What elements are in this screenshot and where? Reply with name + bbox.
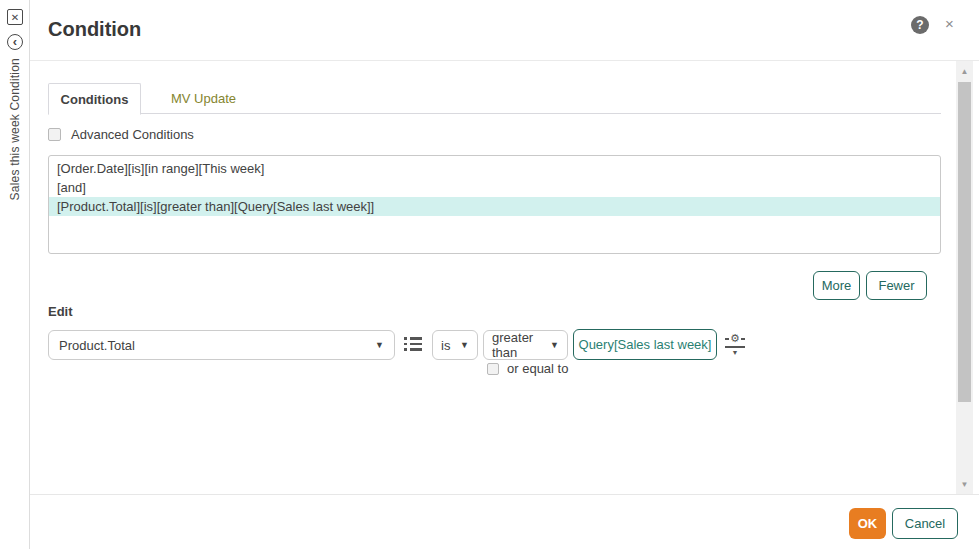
advanced-conditions-row: Advanced Conditions bbox=[48, 127, 194, 142]
operator-dropdown-value: is bbox=[441, 338, 450, 353]
or-equal-to-label: or equal to bbox=[507, 361, 568, 376]
chevron-left-circle-icon[interactable]: ‹ bbox=[7, 34, 23, 50]
chevron-down-icon: ▼ bbox=[550, 340, 559, 350]
or-equal-to-checkbox[interactable] bbox=[487, 363, 499, 375]
condition-settings-icon[interactable]: ⚙ ▼ bbox=[724, 333, 746, 356]
field-list-icon[interactable] bbox=[404, 337, 422, 354]
sidebar-vertical-label: Sales this week Condition bbox=[8, 58, 22, 200]
comparison-dropdown-value: greater than bbox=[492, 330, 544, 360]
field-dropdown[interactable]: Product.Total ▼ bbox=[48, 330, 395, 360]
condition-dialog: ✕ ‹ Sales this week Condition Condition … bbox=[0, 0, 979, 549]
operator-dropdown[interactable]: is ▼ bbox=[432, 330, 478, 360]
tab-bar: Conditions MV Update bbox=[48, 83, 941, 114]
query-value-button[interactable]: Query[Sales last week] bbox=[573, 329, 717, 360]
condition-list: [Order.Date][is][in range][This week] [a… bbox=[48, 155, 941, 254]
help-icon[interactable]: ? bbox=[911, 16, 929, 34]
condition-row[interactable]: [and] bbox=[49, 178, 940, 197]
more-button[interactable]: More bbox=[813, 271, 860, 300]
cancel-button[interactable]: Cancel bbox=[892, 508, 958, 539]
fewer-button[interactable]: Fewer bbox=[866, 271, 927, 300]
close-icon[interactable]: × bbox=[945, 15, 954, 32]
advanced-conditions-label: Advanced Conditions bbox=[71, 127, 194, 142]
comparison-dropdown[interactable]: greater than ▼ bbox=[483, 330, 568, 360]
field-dropdown-value: Product.Total bbox=[59, 338, 135, 353]
scrollbar-thumb[interactable] bbox=[958, 82, 971, 402]
tab-mv-update[interactable]: MV Update bbox=[141, 83, 266, 113]
scroll-down-icon[interactable]: ▼ bbox=[956, 480, 973, 489]
dialog-title: Condition bbox=[48, 18, 141, 41]
ok-button[interactable]: OK bbox=[849, 508, 886, 539]
advanced-conditions-checkbox[interactable] bbox=[48, 128, 61, 141]
chevron-down-icon: ▼ bbox=[375, 340, 384, 350]
vertical-scrollbar[interactable]: ▲ ▼ bbox=[956, 61, 973, 494]
boxed-x-icon[interactable]: ✕ bbox=[7, 9, 23, 25]
or-equal-to-row: or equal to bbox=[487, 361, 568, 376]
condition-row-selected[interactable]: [Product.Total][is][greater than][Query[… bbox=[49, 197, 940, 216]
collapsed-sidebar: ✕ ‹ Sales this week Condition bbox=[0, 0, 30, 549]
condition-row[interactable]: [Order.Date][is][in range][This week] bbox=[49, 159, 940, 178]
scroll-up-icon[interactable]: ▲ bbox=[956, 67, 973, 76]
edit-section-label: Edit bbox=[48, 304, 73, 319]
footer-divider bbox=[30, 494, 979, 495]
tab-conditions[interactable]: Conditions bbox=[48, 83, 141, 115]
chevron-down-icon: ▼ bbox=[460, 340, 469, 350]
header-divider bbox=[30, 60, 979, 61]
